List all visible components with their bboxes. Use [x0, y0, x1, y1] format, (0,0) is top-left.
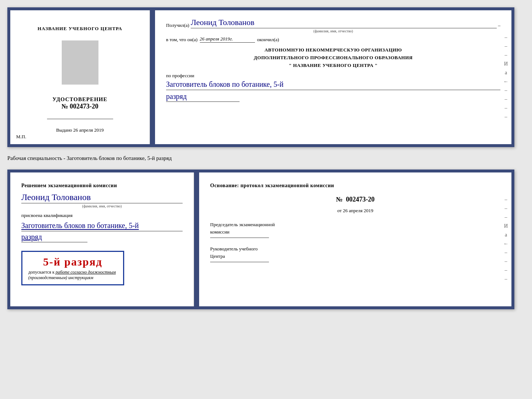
protocol-number: № 002473-20: [210, 196, 500, 203]
certificate-document: НАЗВАНИЕ УЧЕБНОГО ЦЕНТРА УДОСТОВЕРЕНИЕ №…: [7, 7, 514, 147]
cert-mp: М.П.: [16, 134, 26, 140]
po-professii-label: по профессии: [166, 73, 500, 79]
osnov-heading: Основание: протокол экзаменационной коми…: [210, 182, 500, 190]
qual-razryad: разряд: [21, 233, 87, 242]
cert-vydano-date: 26 апреля 2019: [73, 127, 104, 133]
rukovoditel-sign-line: [210, 262, 269, 262]
vtom-line: в том, что он(а) 26 апреля 2019г. окончи…: [166, 36, 500, 43]
cert-right-panel: Получил(а) Леонид Толованов – (фамилия, …: [155, 10, 511, 144]
page-wrapper: НАЗВАНИЕ УЧЕБНОГО ЦЕНТРА УДОСТОВЕРЕНИЕ №…: [7, 7, 525, 309]
recipient-line: Получил(а) Леонид Толованов –: [166, 18, 500, 28]
chairman-section: Председатель экзаменационной комиссии: [210, 221, 500, 238]
org-block: АВТОНОМНУЮ НЕКОММЕРЧЕСКУЮ ОРГАНИЗАЦИЮ ДО…: [166, 46, 500, 69]
specialty-label: Рабочая специальность - Заготовитель бло…: [7, 154, 525, 163]
poluchil-label: Получил(а): [166, 22, 189, 28]
badge-razryad-text: 5-й разряд: [28, 256, 117, 268]
cert-vydano-label: Выдано: [56, 127, 72, 133]
recipient-name: Леонид Толованов: [191, 18, 496, 28]
cert-vydano: Выдано 26 апреля 2019: [56, 127, 104, 133]
cert-signature-line: [47, 119, 113, 119]
cert-title: НАЗВАНИЕ УЧЕБНОГО ЦЕНТРА: [37, 25, 122, 32]
cert-number-value: 002473-20: [70, 103, 98, 110]
org-line2: ДОПОЛНИТЕЛЬНОГО ПРОФЕССИОНАЛЬНОГО ОБРАЗО…: [166, 54, 500, 62]
ot-date: 26 апреля 2019: [343, 208, 373, 213]
qual-prisvoena: присвоена квалификация: [21, 213, 183, 218]
cert-center-divider: [150, 10, 155, 144]
qual-fio-label: (фамилия, имя, отчество): [21, 204, 183, 208]
badge-instruktsii: (производственным) инструкциям: [28, 275, 117, 281]
qualification-document: Решением экзаменационной комиссии Леонид…: [7, 170, 514, 309]
protocol-number-value: 002473-20: [346, 196, 375, 203]
qual-profession: Заготовитель блоков по ботанике, 5-й: [21, 221, 183, 231]
okonchil-label: окончил(а): [257, 37, 279, 43]
badge-dopuskaetsya: допускается к работе согласно должностны…: [28, 270, 117, 275]
cert-udostoverenie-label: УДОСТОВЕРЕНИЕ: [53, 96, 108, 103]
dopuskaetsya-rabota: работе согласно должностным: [55, 270, 116, 275]
qual-name: Леонид Толованов: [21, 192, 183, 203]
qual-heading: Решением экзаменационной комиссии: [21, 182, 183, 189]
qual-center-divider: [194, 172, 199, 306]
protocol-number-symbol: №: [336, 196, 342, 203]
org-line1: АВТОНОМНУЮ НЕКОММЕРЧЕСКУЮ ОРГАНИЗАЦИЮ: [166, 46, 500, 54]
vtom-date: 26 апреля 2019г.: [200, 36, 255, 43]
badge-box: 5-й разряд допускается к работе согласно…: [21, 251, 124, 285]
right-deco-qual: – – – И а ← – – – –: [500, 172, 511, 306]
chairman-sign-line: [210, 238, 269, 238]
vtom-label: в том, что он(а): [166, 37, 198, 43]
qual-right-panel: Основание: протокол экзаменационной коми…: [199, 172, 511, 306]
cert-photo: [62, 40, 98, 85]
cert-profession-value: Заготовитель блоков по ботанике, 5-й: [166, 79, 500, 90]
cert-number-symbol: №: [61, 103, 68, 110]
dopuskaetsya-label: допускается к: [28, 270, 54, 275]
cert-left-panel: НАЗВАНИЕ УЧЕБНОГО ЦЕНТРА УДОСТОВЕРЕНИЕ №…: [10, 10, 150, 144]
rukovoditel-section: Руководитель учебного Центра: [210, 245, 500, 262]
rukovoditel-label: Руководитель учебного Центра: [210, 245, 500, 260]
cert-number: № 002473-20: [53, 103, 108, 110]
predsedatel-label: Председатель экзаменационной комиссии: [210, 221, 500, 235]
cert-razryad-value: разряд: [166, 92, 240, 102]
org-line3: " НАЗВАНИЕ УЧЕБНОГО ЦЕНТРА ": [166, 62, 500, 70]
ot-line: от 26 апреля 2019: [210, 208, 500, 214]
qual-left-panel: Решением экзаменационной комиссии Леонид…: [10, 172, 194, 306]
cert-number-section: УДОСТОВЕРЕНИЕ № 002473-20: [53, 96, 108, 110]
fio-label: (фамилия, имя, отчество): [166, 29, 500, 33]
ot-label: от: [337, 208, 342, 213]
right-decoration: – – – И а ← – – – –: [500, 10, 511, 144]
